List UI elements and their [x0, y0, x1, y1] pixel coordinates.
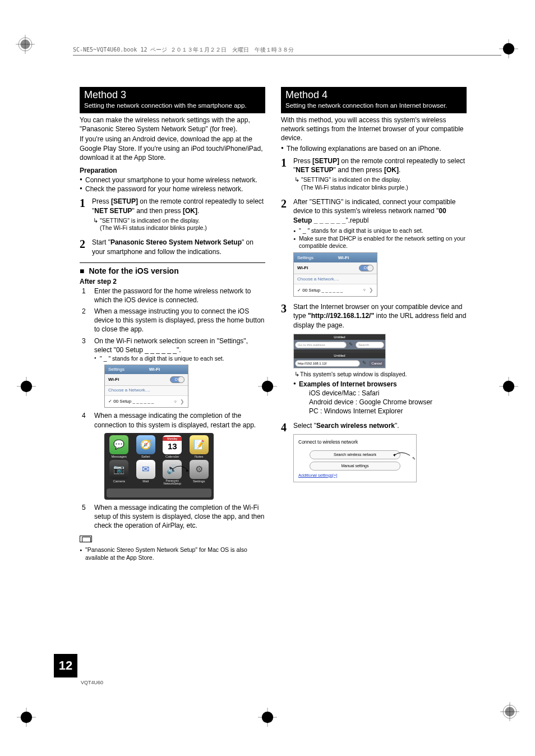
page-number: 12: [54, 654, 77, 677]
method4-header: Method 4 Setting the network connection …: [281, 87, 467, 113]
mail-icon: ✉: [136, 460, 155, 479]
method4-step2-note2: Make sure that DHCP is enabled for the n…: [293, 235, 467, 250]
method3-step1-note1: "SETTING" is indicated on the display.: [92, 217, 265, 225]
ios-step-2: When a message instructing you to connec…: [80, 307, 265, 334]
method4-step1-note2: (The Wi-Fi status indicator blinks purpl…: [293, 184, 467, 192]
method4-step2-note1: " _ " stands for a digit that is unique …: [293, 227, 467, 235]
page-header-line: SC-NE5~VQT4U60.book 12 ページ ２０１３年１月２２日 火曜…: [73, 46, 501, 56]
prep-item-2: Check the password for your home wireles…: [80, 185, 265, 193]
divider: [80, 262, 265, 263]
ios-step-1: Enter the password for the home wireless…: [80, 287, 265, 305]
additional-settings-link: Additional settings[+]: [298, 473, 412, 479]
chevron-right-icon: ❯: [180, 399, 185, 404]
ios-step-3-note: " _ " stands for a digit that is unique …: [94, 355, 265, 362]
registration-mark-icon: [499, 377, 518, 396]
messages-icon: 💬: [109, 435, 128, 454]
browser-url-figure: Untitled Go to this address ✎ Search Unt…: [293, 334, 386, 368]
ios-step-3: On the Wi-Fi network selection screen in…: [80, 336, 265, 408]
method4-step-4: Select "Search wireless network". Connec…: [281, 421, 467, 482]
column-method-4: Method 4 Setting the network connection …: [281, 87, 467, 564]
method3-title: Method 3: [84, 89, 261, 101]
iphone-home-figure: 💬Messages 🧭Safari Monday13Calendar 📝Note…: [104, 433, 214, 500]
method3-intro-1: You can make the wireless network settin…: [80, 116, 265, 133]
method3-step-1: Press [SETUP] on the remote control repe…: [80, 197, 265, 232]
method4-step-2: After "SETTING" is indicated, connect yo…: [281, 197, 467, 297]
ios-step-5: When a message indicating the completion…: [80, 503, 265, 531]
registration-mark-icon: [499, 39, 518, 58]
preparation-heading: Preparation: [80, 167, 265, 174]
registration-mark-icon: [17, 377, 36, 396]
wifi-settings-figure: SettingsWi-Fi Wi-FiON Choose a Network..…: [104, 365, 188, 408]
setup-window-figure: Connect to wireless network Search wirel…: [293, 434, 417, 482]
method4-intro: With this method, you will access this s…: [281, 116, 467, 143]
method4-step-1: Press [SETUP] on the remote control repe…: [281, 156, 467, 192]
registration-mark-icon: [16, 35, 35, 54]
method3-intro-2: If you're using an Android device, downl…: [80, 135, 265, 162]
method4-subtitle: Setting the network connection from an I…: [285, 102, 447, 109]
chevron-right-icon: ❯: [369, 287, 373, 293]
method4-title: Method 4: [285, 89, 462, 101]
camera-icon: 📷: [109, 460, 128, 479]
method3-step-2: Start "Panasonic Stereo System Network S…: [80, 238, 265, 257]
panasonic-setup-icon: 🔊: [163, 460, 182, 479]
document-code: VQT4U60: [81, 680, 103, 685]
method4-intro-bullet: The following explanations are based on …: [281, 144, 467, 153]
manual-settings-button: Manual settings: [310, 462, 400, 471]
search-wireless-button: Search wireless network ✎: [310, 450, 400, 459]
wifi-settings-figure-2: SettingsWi-Fi Wi-FiON Choose a Network..…: [293, 252, 377, 297]
method4-step1-note1: "SETTING" is indicated on the display.: [293, 176, 467, 184]
method4-step3-note: This system's setup window is displayed.: [293, 371, 467, 379]
note-icon: [80, 536, 92, 542]
registration-mark-icon: [17, 708, 36, 727]
notes-icon: 📝: [190, 435, 209, 454]
method3-step1-note2: (The Wi-Fi status indicator blinks purpl…: [92, 224, 265, 232]
ios-step-4: When a message indicating the completion…: [80, 411, 265, 499]
preparation-list: Connect your smartphone to your home wir…: [80, 176, 265, 193]
method4-step-3: Start the Internet browser on your compa…: [281, 302, 467, 416]
settings-icon: ⚙: [190, 460, 209, 479]
method3-footnote: "Panasonic Stereo System Network Setup" …: [80, 546, 265, 561]
registration-mark-icon: [258, 708, 277, 727]
pencil-icon: ✎: [362, 359, 367, 367]
wifi-toggle-on: ON: [170, 376, 185, 382]
safari-icon: 🧭: [136, 435, 155, 454]
wifi-signal-icon: ᯤ: [363, 288, 367, 293]
after-step-2-label: After step 2: [80, 278, 265, 285]
column-method-3: Method 3 Setting the network connection …: [80, 87, 265, 564]
wifi-signal-icon: ᯤ: [174, 399, 178, 404]
pencil-arrow-icon: ✎: [393, 450, 416, 462]
examples-heading: Examples of Internet browsers iOS device…: [293, 380, 467, 416]
method3-header: Method 3 Setting the network connection …: [80, 87, 265, 113]
method3-subtitle: Setting the network connection with the …: [84, 102, 247, 109]
ios-note-heading: ■Note for the iOS version: [80, 266, 265, 275]
registration-mark-icon: [500, 702, 519, 721]
pencil-icon: ✎: [349, 341, 353, 348]
calendar-icon: Monday13: [163, 435, 182, 454]
wifi-toggle-on: ON: [359, 265, 374, 271]
prep-item-1: Connect your smartphone to your home wir…: [80, 176, 265, 185]
